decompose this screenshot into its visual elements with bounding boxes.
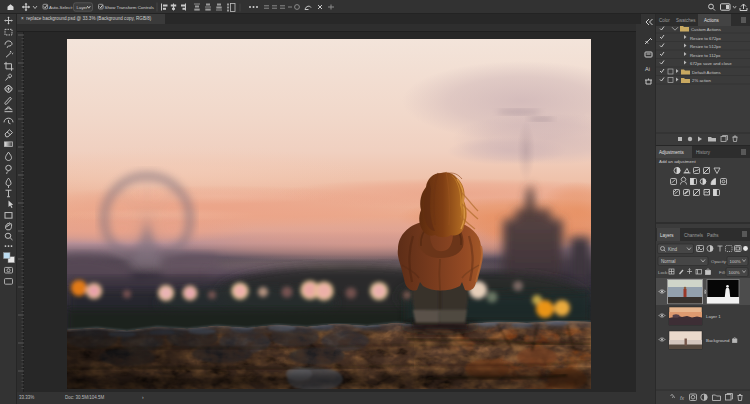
svg-text:Default Actions: Default Actions — [692, 70, 721, 75]
svg-text:Layer 1: Layer 1 — [706, 314, 721, 319]
svg-text:Custom Actions: Custom Actions — [691, 27, 721, 32]
svg-text:Resize to 512px: Resize to 512px — [690, 44, 722, 49]
svg-text:fx: fx — [680, 395, 684, 401]
svg-text:Swatches: Swatches — [676, 18, 696, 23]
svg-text:Resize to 672px: Resize to 672px — [690, 36, 722, 41]
svg-text:Ai: Ai — [645, 66, 650, 72]
svg-text:Lock:: Lock: — [658, 270, 669, 275]
svg-text:Kind: Kind — [668, 247, 678, 252]
svg-text:Resize to 112px: Resize to 112px — [690, 53, 721, 58]
svg-text:Layer: Layer — [77, 5, 89, 10]
svg-text:2% action: 2% action — [692, 78, 711, 83]
svg-text:672px save and close: 672px save and close — [690, 61, 732, 66]
svg-text:100%: 100% — [730, 259, 741, 264]
svg-text:Background: Background — [706, 338, 730, 343]
svg-text:Normal: Normal — [661, 259, 676, 264]
svg-text:Channels: Channels — [684, 233, 704, 238]
svg-text:Show Transform Controls: Show Transform Controls — [105, 5, 155, 10]
svg-text:Color: Color — [659, 18, 670, 23]
svg-text:Paths: Paths — [707, 233, 719, 238]
svg-text:Layers: Layers — [660, 233, 674, 238]
svg-text:Fill:: Fill: — [719, 270, 726, 275]
svg-text:100%: 100% — [729, 270, 740, 275]
svg-text:Actions: Actions — [704, 18, 720, 23]
svg-text:History: History — [696, 150, 711, 155]
svg-text:Adjustments: Adjustments — [659, 150, 685, 155]
svg-text:Auto-Select:: Auto-Select: — [49, 5, 73, 10]
svg-text:Add an adjustment: Add an adjustment — [659, 159, 696, 164]
svg-text:Opacity:: Opacity: — [711, 259, 727, 264]
